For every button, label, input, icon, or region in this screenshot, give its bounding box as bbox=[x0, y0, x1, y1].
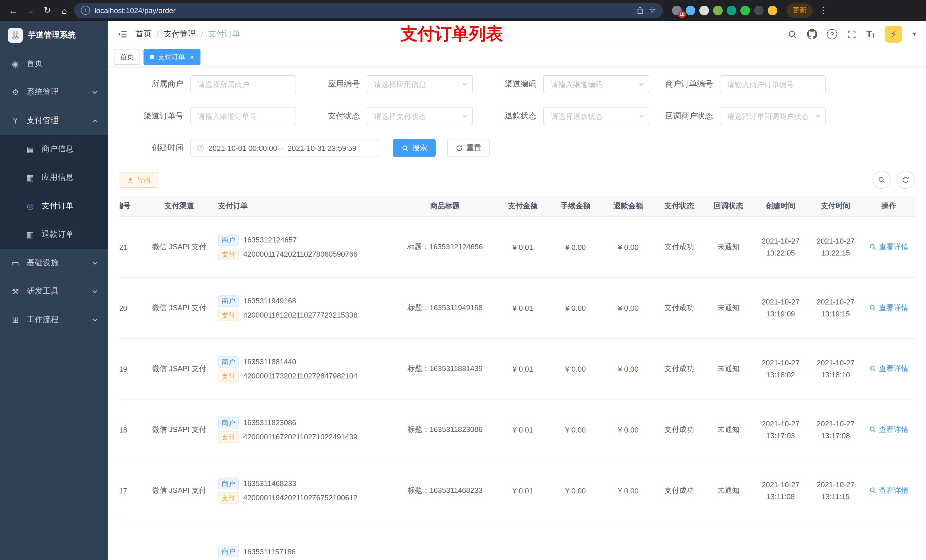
filter-merchant-input[interactable] bbox=[190, 75, 296, 93]
filter-row-1: 所属商户应用编号渠道编码商户订单编号 bbox=[120, 75, 915, 93]
screen: ← → ↻ ⌂ i localhost:1024/pay/order ☆ 10 … bbox=[0, 0, 926, 560]
forward-icon[interactable]: → bbox=[23, 3, 38, 18]
cell-pay_time: 2021-10-2713:18:10 bbox=[808, 338, 863, 399]
create-time-range-input[interactable]: 2021-10-01 00:00:00 - 2021-10-31 23:59:5… bbox=[190, 139, 379, 157]
address-bar[interactable]: i localhost:1024/pay/order ☆ bbox=[74, 3, 663, 18]
home-icon[interactable]: ⌂ bbox=[57, 3, 72, 18]
order-number: 1635311881440 bbox=[243, 358, 296, 366]
cell-pay_time: 2021-10-2713:19:15 bbox=[808, 278, 863, 338]
filter-notify-status-input[interactable] bbox=[720, 107, 826, 125]
breadcrumb-home[interactable]: 首页 bbox=[136, 29, 151, 39]
extension-green-dot[interactable] bbox=[713, 5, 723, 15]
sidebar-item-label: 退款订单 bbox=[42, 229, 98, 240]
sidebar-item-label: 应用信息 bbox=[42, 172, 98, 183]
extension-light-ring[interactable] bbox=[699, 5, 709, 15]
font-size-icon[interactable]: TT bbox=[866, 30, 875, 39]
sidebar-item-system-management[interactable]: ⚙系统管理 bbox=[0, 78, 108, 106]
browser-update-button[interactable]: 更新 bbox=[787, 3, 813, 17]
sidebar-item-workflow[interactable]: ⊞工作流程 bbox=[0, 306, 108, 334]
cell-amount: ¥ 0.01 bbox=[496, 460, 549, 521]
reload-icon[interactable]: ↻ bbox=[40, 3, 54, 18]
app-title: 芋道管理系统 bbox=[28, 30, 76, 41]
breadcrumb: 首页 / 支付管理 / 支付订单 bbox=[136, 29, 240, 39]
search-icon[interactable] bbox=[788, 29, 797, 39]
extension-blue-drop[interactable] bbox=[686, 5, 695, 15]
show-search-button[interactable] bbox=[873, 171, 891, 189]
order-number: 4200001173202110272847982104 bbox=[243, 371, 357, 380]
filter-channel-code-input[interactable] bbox=[543, 75, 649, 93]
cell-notify: 未通知 bbox=[704, 399, 753, 460]
view-detail-link[interactable]: 查看详情 bbox=[869, 364, 908, 374]
sidebar-item-app-info[interactable]: ▦应用信息 bbox=[0, 163, 108, 192]
view-detail-link[interactable]: 查看详情 bbox=[869, 486, 908, 496]
sidebar-item-label: 工作流程 bbox=[27, 315, 85, 325]
sidebar-toggle-icon[interactable] bbox=[117, 29, 127, 39]
filter-label: 退款状态 bbox=[473, 111, 543, 121]
order-number: 4200001194202110276752100612 bbox=[243, 494, 357, 502]
cell-status: 支付成功 bbox=[655, 278, 704, 338]
user-avatar[interactable]: ⚡ bbox=[885, 26, 902, 43]
cell-channel: 微信 JSAPI 支付 bbox=[144, 278, 215, 338]
extension-dark-pin[interactable] bbox=[754, 5, 764, 15]
filter-refund-status-input[interactable] bbox=[543, 107, 649, 125]
chevron-down-icon[interactable]: ▼ bbox=[912, 31, 917, 37]
cell-refund: ¥ 0.00 bbox=[602, 460, 655, 521]
cell-status: 支付成功 bbox=[655, 217, 704, 278]
bookmark-star-icon[interactable]: ☆ bbox=[649, 6, 656, 15]
extension-green-square[interactable] bbox=[740, 5, 750, 15]
sidebar-item-infrastructure[interactable]: ▭基础设施 bbox=[0, 249, 108, 277]
extension-emoji-face[interactable] bbox=[768, 5, 777, 15]
url-text: localhost:1024/pay/order bbox=[95, 6, 632, 15]
filter-merchant-order-no-input[interactable] bbox=[720, 75, 826, 93]
filter-label: 回调商户状态 bbox=[649, 111, 720, 121]
filter-channel-order-no-input[interactable] bbox=[190, 107, 296, 125]
sidebar-item-merchant-info[interactable]: ▤商户信息 bbox=[0, 135, 108, 163]
cell-channel: 微信 JSAPI 支付 bbox=[144, 399, 215, 460]
sidebar-item-payment-management[interactable]: ¥支付管理 bbox=[0, 106, 108, 135]
share-icon[interactable] bbox=[636, 6, 645, 14]
view-detail-link[interactable]: 查看详情 bbox=[869, 424, 908, 435]
cell-notify: 未通知 bbox=[704, 217, 753, 278]
export-button[interactable]: 导出 bbox=[120, 172, 158, 188]
tab-home[interactable]: 首页 bbox=[114, 49, 140, 65]
cell-notify: 未通知 bbox=[704, 278, 753, 338]
search-button[interactable]: 搜索 bbox=[393, 139, 436, 157]
filter-app-no-input[interactable] bbox=[367, 75, 473, 93]
tab-payment-order[interactable]: 支付订单× bbox=[144, 49, 200, 65]
app-logo[interactable]: 🐰 芋道管理系统 bbox=[0, 21, 108, 50]
cell-status: 支付成功 bbox=[655, 338, 704, 399]
fullscreen-icon[interactable] bbox=[847, 29, 856, 39]
sidebar-item-dev-tools[interactable]: ⚒研发工具 bbox=[0, 277, 108, 306]
help-icon[interactable]: ? bbox=[827, 29, 837, 39]
extension-colorful[interactable]: 10 bbox=[672, 5, 682, 15]
site-info-icon[interactable]: i bbox=[81, 6, 90, 15]
filter-pay-status-input[interactable] bbox=[367, 107, 473, 125]
tab-label: 支付订单 bbox=[158, 52, 185, 62]
github-icon[interactable] bbox=[807, 29, 817, 39]
filter-row-2: 渠道订单号支付状态退款状态回调商户状态 bbox=[120, 107, 915, 125]
sidebar-item-payment-order[interactable]: ◎支付订单 bbox=[0, 192, 108, 220]
cell-fee bbox=[549, 521, 602, 560]
right-toolbar bbox=[873, 171, 915, 189]
breadcrumb-pay-management[interactable]: 支付管理 bbox=[164, 29, 196, 39]
search-button-label: 搜索 bbox=[412, 143, 427, 153]
monitor-icon: ▭ bbox=[10, 258, 21, 267]
extension-chatgpt[interactable] bbox=[727, 5, 736, 15]
close-icon[interactable]: × bbox=[190, 53, 194, 60]
sidebar-item-refund-order[interactable]: ▥退款订单 bbox=[0, 220, 108, 249]
view-detail-link[interactable]: 查看详情 bbox=[869, 303, 908, 313]
table-row: 18微信 JSAPI 支付商户1635311823086支付4200001167… bbox=[120, 399, 915, 460]
view-detail-link[interactable]: 查看详情 bbox=[869, 242, 908, 252]
dashboard-icon: ◉ bbox=[10, 59, 21, 68]
cell-channel: 微信 JSAPI 支付 bbox=[144, 217, 215, 278]
cell-fee: ¥ 0.00 bbox=[549, 217, 602, 278]
filter-channel-code: 渠道编码 bbox=[473, 75, 649, 93]
browser-menu-icon[interactable]: ⋮ bbox=[820, 5, 828, 15]
refresh-button[interactable] bbox=[896, 171, 915, 189]
sidebar-item-home[interactable]: ◉首页 bbox=[0, 50, 108, 78]
chevron-up-icon bbox=[92, 118, 98, 124]
back-icon[interactable]: ← bbox=[6, 3, 21, 18]
reset-button[interactable]: 重置 bbox=[447, 139, 490, 157]
order-number: 1635311468233 bbox=[243, 479, 296, 488]
sidebar: 🐰 芋道管理系统 ◉首页⚙系统管理¥支付管理▤商户信息▦应用信息◎支付订单▥退款… bbox=[0, 21, 108, 560]
